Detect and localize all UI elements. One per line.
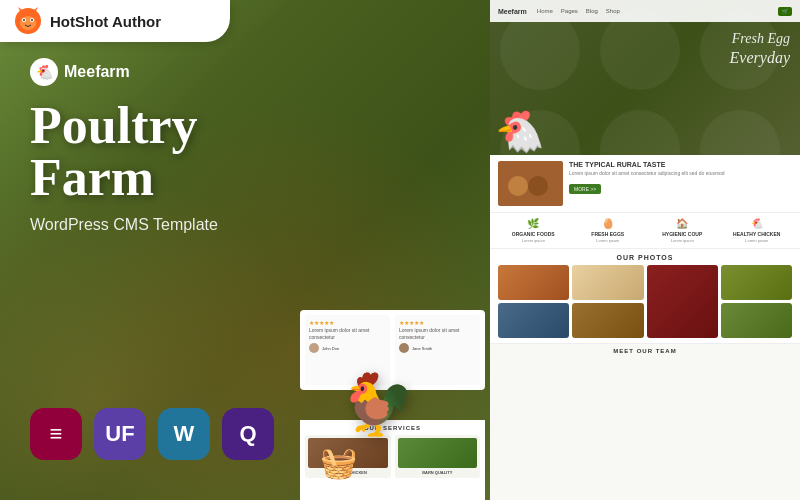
revolution-badge: Q [222,408,274,460]
eggs-desc: Lorem ipsum [573,238,644,243]
author-name-1: John Doe [322,346,339,351]
elementor-badge: ≡ [30,408,82,460]
rural-image [498,161,563,206]
photo-1 [498,265,569,300]
chicken-decoration: 🐓 [340,369,415,440]
hero-line1: Fresh Egg [730,30,790,48]
service-card-2: BARN QUALITY [395,435,481,478]
testimonial-author-1: John Doe [309,343,386,353]
coop-title: HYGIENIC COUP [647,231,718,237]
rural-text: THE TYPICAL RURAL TASTE Lorem ipsum dolo… [569,161,792,206]
feature-chicken: 🐔 HEALTHY CHICKEN Lorem ipsum [722,218,793,243]
organic-desc: Lorem ipsum [498,238,569,243]
testimonial-author-2: Jane Smith [399,343,476,353]
features-row: 🌿 ORGANIC FOODS Lorem ipsum 🥚 FRESH EGGS… [490,213,800,249]
svg-point-1 [20,16,36,30]
nav-pages: Pages [561,8,578,14]
meefarm-chick-icon: 🐔 [30,58,58,86]
avatar-1 [309,343,319,353]
photos-title: OUR PHOTOS [498,254,792,261]
photo-4 [721,265,792,300]
chicken-title: HEALTHY CHICKEN [722,231,793,237]
hero-line2: Everyday [730,48,790,69]
photo-2 [572,265,643,300]
wordpress-badge: W [158,408,210,460]
coop-icon: 🏠 [647,218,718,229]
nav-shop: Shop [606,8,620,14]
stars-2: ★★★★★ [399,319,476,326]
rural-image-svg [498,161,563,206]
organic-icon: 🌿 [498,218,569,229]
photo-7 [721,303,792,338]
rural-desc: Lorem ipsum dolor sit amet consectetur a… [569,170,792,177]
photos-grid [498,265,792,338]
testimonial-text-2: Lorem ipsum dolor sit amet consectetur [399,327,476,340]
organic-title: ORGANIC FOODS [498,231,569,237]
photos-section: OUR PHOTOS [490,249,800,344]
eggs-basket-decoration: 🧺 [320,445,357,480]
nav-blog: Blog [586,8,598,14]
rural-btn[interactable]: MORE >> [569,184,601,194]
meefarm-logo-text: Meefarm [64,63,130,81]
svg-point-9 [508,176,528,196]
nav-cart[interactable]: 🛒 [778,7,792,16]
feature-organic: 🌿 ORGANIC FOODS Lorem ipsum [498,218,569,243]
uf-badge: UF [94,408,146,460]
svg-point-4 [23,19,25,21]
team-section: MEET OUR TEAM [490,344,800,358]
site-nav: Meefarm Home Pages Blog Shop 🛒 [490,0,800,22]
title-line1: Poultry [30,97,198,154]
svg-point-5 [31,19,33,21]
team-title: MEET OUR TEAM [498,348,792,354]
rural-section: THE TYPICAL RURAL TASTE Lorem ipsum dolo… [490,155,800,213]
nav-home: Home [537,8,553,14]
hotshot-logo-icon [14,7,42,35]
site-nav-logo: Meefarm [498,8,527,15]
svg-point-10 [528,176,548,196]
hero-text: Fresh Egg Everyday [730,30,790,69]
right-column-lower: THE TYPICAL RURAL TASTE Lorem ipsum dolo… [490,155,800,500]
eggs-icon: 🥚 [573,218,644,229]
title-heading: Poultry Farm [30,100,218,204]
chicken-desc: Lorem ipsum [722,238,793,243]
subtitle: WordPress CMS Template [30,216,218,234]
avatar-2 [399,343,409,353]
chicken-hero-icon: 🐔 [495,108,545,155]
service-label-2: BARN QUALITY [398,470,478,475]
testimonial-text-1: Lorem ipsum dolor sit amet consectetur [309,327,386,340]
photo-6 [572,303,643,338]
eggs-title: FRESH EGGS [573,231,644,237]
brand-name: HotShot Author [50,13,161,30]
service-img-2 [398,438,478,468]
plugin-icons-row: ≡ UF W Q [30,408,274,460]
author-name-2: Jane Smith [412,346,432,351]
rural-title: THE TYPICAL RURAL TASTE [569,161,792,168]
nav-items: Home Pages Blog Shop [537,8,772,14]
site-hero: Meefarm Home Pages Blog Shop 🛒 Fresh Egg… [490,0,800,155]
header-bar: HotShot Author [0,0,230,42]
left-panel: 🐔 Meefarm Poultry Farm WordPress CMS Tem… [0,0,490,500]
feature-coop: 🏠 HYGIENIC COUP Lorem ipsum [647,218,718,243]
photo-5 [498,303,569,338]
coop-desc: Lorem ipsum [647,238,718,243]
photo-3 [647,265,718,338]
main-title: Poultry Farm WordPress CMS Template [30,100,218,234]
stars-1: ★★★★★ [309,319,386,326]
title-line2: Farm [30,149,154,206]
healthy-chicken-icon: 🐔 [722,218,793,229]
feature-eggs: 🥚 FRESH EGGS Lorem ipsum [573,218,644,243]
meefarm-logo: 🐔 Meefarm [30,58,130,86]
